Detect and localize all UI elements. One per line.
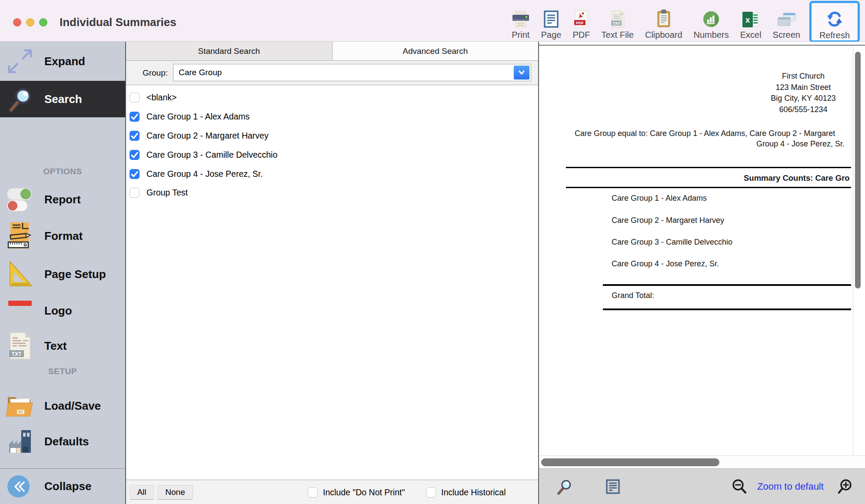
include-historical-option[interactable]: Include Historical	[426, 480, 506, 504]
sidebar-item-format[interactable]: Format	[0, 220, 125, 252]
checkbox-blank[interactable]	[130, 93, 140, 103]
church-city: Big City, KY 40123	[771, 93, 835, 104]
preview-search-mode-button[interactable]	[555, 469, 574, 504]
zoom-in-button[interactable]	[836, 469, 855, 504]
tab-standard-search[interactable]: Standard Search	[126, 42, 333, 60]
numbers-label: Numbers	[694, 30, 729, 40]
clipboard-button[interactable]: Clipboard	[639, 3, 688, 40]
refresh-icon	[825, 8, 844, 30]
sidebar-item-report[interactable]: Report	[0, 183, 125, 216]
sidebar-item-defaults[interactable]: Defaults	[0, 425, 125, 458]
group-option-row[interactable]: Care Group 4 - Jose Perez, Sr.	[130, 164, 263, 183]
printer-icon	[512, 8, 530, 30]
checkbox-care-group-2[interactable]	[130, 131, 140, 141]
pdf-button[interactable]: PDF PDF	[567, 3, 596, 40]
group-option-label: Care Group 1 - Alex Adams	[146, 112, 250, 122]
excel-label: Excel	[740, 30, 762, 40]
logo-label: Logo	[44, 304, 72, 318]
sidebar-item-logo[interactable]: Logo	[0, 295, 125, 327]
excel-button[interactable]: x Excel	[735, 3, 767, 40]
page-button[interactable]: Page	[536, 3, 567, 40]
document-icon	[606, 479, 620, 494]
chevron-down-icon[interactable]	[514, 66, 529, 80]
include-historical-label: Include Historical	[441, 487, 506, 497]
checkbox-care-group-4[interactable]	[130, 169, 140, 179]
close-window-button[interactable]	[13, 18, 21, 27]
folder-icon	[5, 393, 35, 419]
zoom-to-default-link[interactable]: Zoom to default	[757, 469, 824, 504]
search-panel-footer: All None Include "Do Not Print" Include …	[126, 480, 538, 504]
sidebar-item-collapse[interactable]: Collapse	[0, 468, 125, 504]
pdf-icon: PDF	[573, 8, 589, 30]
search-criteria-line-1: Care Group equal to: Care Group 1 - Alex…	[575, 129, 835, 138]
summary-row: Care Group 3 - Camille Delvecchio	[612, 238, 732, 247]
checkbox-care-group-3[interactable]	[130, 150, 140, 160]
report-label: Report	[44, 193, 81, 206]
text-file-label: Text File	[601, 30, 633, 40]
numbers-icon	[702, 8, 720, 30]
group-option-row[interactable]: Care Group 2 - Margaret Harvey	[130, 126, 269, 145]
group-option-row[interactable]: Group Test	[130, 183, 188, 202]
window-title: Individual Summaries	[60, 16, 176, 29]
screen-button[interactable]: Screen	[767, 3, 806, 40]
pdf-label: PDF	[572, 30, 590, 40]
setup-heading: SETUP	[0, 367, 125, 376]
checkbox-care-group-1[interactable]	[130, 112, 140, 122]
tab-advanced-search[interactable]: Advanced Search	[333, 42, 539, 60]
search-criteria-line-2: Group 4 - Jose Perez, Sr.	[756, 139, 845, 149]
checkbox-group-test[interactable]	[130, 188, 140, 198]
format-icon	[5, 222, 35, 250]
minimize-window-button[interactable]	[26, 18, 34, 27]
print-button[interactable]: Print	[506, 3, 536, 40]
preview-page-mode-button[interactable]	[604, 469, 622, 504]
screen-label: Screen	[773, 30, 800, 40]
refresh-label: Refresh	[819, 30, 850, 40]
grand-total-label: Grand Total:	[612, 291, 654, 300]
summary-row: Care Group 1 - Alex Adams	[612, 194, 707, 203]
sidebar-item-page-setup[interactable]: Page Setup	[0, 258, 125, 290]
checkbox-include-do-not-print[interactable]	[308, 487, 318, 497]
church-street: 123 Main Street	[771, 82, 835, 93]
text-file-button[interactable]: TXT Text File	[596, 3, 639, 40]
format-label: Format	[44, 229, 83, 243]
group-dropdown[interactable]: Care Group	[173, 64, 531, 81]
grand-total-rule-bottom	[603, 308, 851, 310]
sidebar-item-text[interactable]: TXT Text	[0, 330, 125, 362]
factory-icon	[5, 429, 35, 454]
toolbar: Print Page PDF	[506, 2, 860, 42]
sidebar-item-expand[interactable]: Expand	[0, 42, 125, 81]
report-preview-panel: First Church 123 Main Street Big City, K…	[539, 42, 865, 504]
church-address-block: First Church 123 Main Street Big City, K…	[771, 71, 835, 115]
horizontal-scrollbar-thumb[interactable]	[541, 458, 719, 466]
include-do-not-print-option[interactable]: Include "Do Not Print"	[308, 480, 405, 504]
select-none-button[interactable]: None	[157, 485, 193, 500]
group-option-row[interactable]: Care Group 1 - Alex Adams	[130, 107, 250, 126]
group-row: Group: Care Group	[126, 61, 538, 85]
vertical-scrollbar[interactable]	[853, 46, 862, 455]
group-option-row[interactable]: <blank>	[130, 88, 176, 107]
window-controls	[13, 18, 47, 27]
sidebar-item-load-save[interactable]: Load/Save	[0, 390, 125, 422]
page-setup-icon	[5, 261, 35, 288]
zoom-window-button[interactable]	[39, 18, 47, 27]
select-all-button[interactable]: All	[130, 485, 154, 500]
text-txt-icon: TXT	[5, 332, 35, 360]
horizontal-scrollbar[interactable]	[539, 455, 865, 468]
sidebar-item-search[interactable]: Search	[0, 81, 125, 117]
group-dropdown-value: Care Group	[179, 64, 222, 81]
summary-row: Care Group 4 - Jose Perez, Sr.	[612, 259, 719, 269]
checkbox-include-historical[interactable]	[426, 487, 436, 497]
vertical-scrollbar-thumb[interactable]	[855, 52, 861, 288]
zoom-out-button[interactable]	[730, 469, 749, 504]
group-label: Group:	[132, 61, 168, 85]
load-save-label: Load/Save	[44, 399, 101, 413]
search-tab-bar: Standard Search Advanced Search	[126, 42, 538, 61]
expand-icon	[5, 48, 35, 75]
zoom-out-icon	[731, 478, 748, 495]
group-option-row[interactable]: Care Group 3 - Camille Delvecchio	[130, 145, 277, 164]
text-label: Text	[44, 339, 67, 353]
page-icon	[544, 8, 559, 30]
refresh-button[interactable]: Refresh	[809, 1, 860, 43]
numbers-button[interactable]: Numbers	[688, 3, 735, 40]
logo-icon	[5, 300, 35, 322]
